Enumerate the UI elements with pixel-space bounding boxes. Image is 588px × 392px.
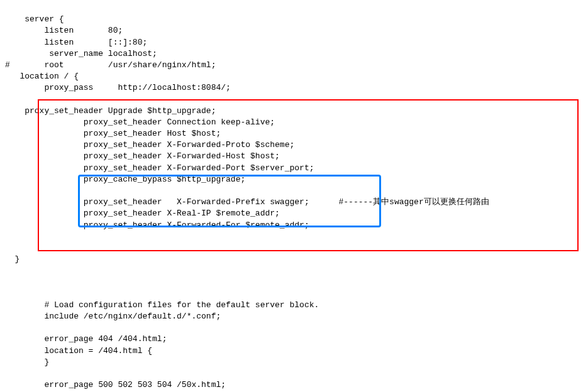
code-line: # root /usr/share/nginx/html; [5,60,216,70]
code-line: proxy_pass http://localhost:8084/; [5,83,231,92]
code-line: proxy_cache_bypass $http_upgrade; [5,175,245,184]
nginx-config-code: server { listen 80; listen [::]:80; serv… [0,0,588,392]
code-line: proxy_set_header Host $host; [5,129,221,138]
code-line: proxy_set_header X-Forwarded-Prefix swag… [5,197,489,207]
code-line: proxy_set_header X-Forwarded-Host $host; [5,151,280,161]
code-line: server_name localhost; [5,49,157,58]
code-line: proxy_set_header X-Forwarded-For $remote… [5,220,309,230]
code-line: proxy_set_header X-Forwarded-Proto $sche… [5,140,294,150]
code-line: } [5,357,49,367]
code-line: listen 80; [5,26,123,35]
code-line: proxy_set_header Upgrade $http_upgrade; [5,106,216,116]
code-line: proxy_set_header X-Real-IP $remote_addr; [5,209,280,218]
code-line: include /etc/nginx/default.d/*.conf; [5,312,221,321]
code-line: location / { [5,72,79,81]
code-line: error_page 500 502 503 504 /50x.html; [5,380,226,389]
code-line: server { [5,14,64,24]
code-line: # Load configuration files for the defau… [5,300,319,310]
code-line: proxy_set_header Connection keep-alive; [5,117,275,127]
code-line: location = /404.html { [5,346,152,356]
code-line: listen [::]:80; [5,38,147,47]
code-line: } [5,254,19,264]
code-line: error_page 404 /404.html; [5,334,167,344]
code-line: proxy_set_header X-Forwarded-Port $serve… [5,163,314,173]
